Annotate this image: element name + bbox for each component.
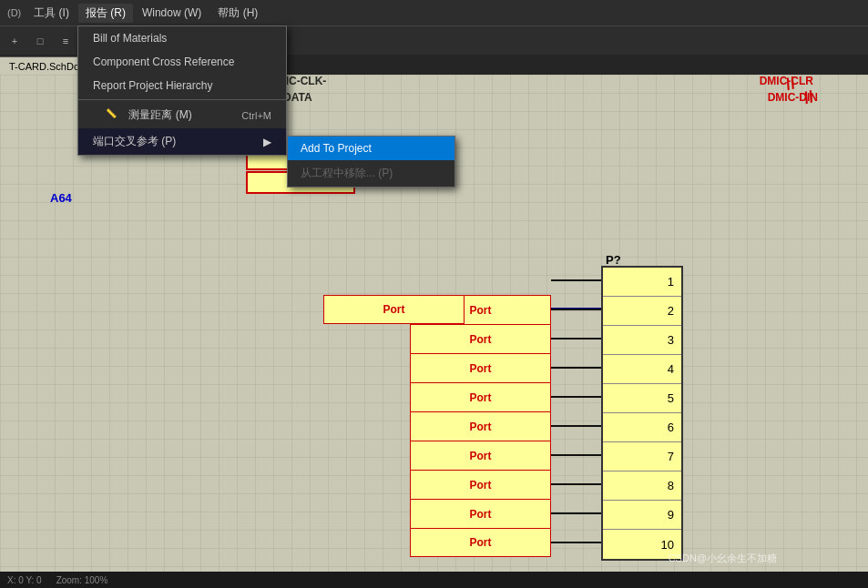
dmic-clk-right: DMIC-CLR [760, 75, 813, 87]
icon-plus[interactable]: + [4, 30, 26, 52]
icon-list[interactable]: ≡ [55, 30, 77, 52]
wire-pin-5 [551, 396, 601, 398]
menu-ccr[interactable]: Component Cross Reference [78, 50, 286, 74]
menu-help[interactable]: 帮助 (H) [210, 4, 265, 23]
menu-measure[interactable]: 📏 测量距离 (M) Ctrl+M [78, 102, 286, 128]
connector-label: P? [606, 253, 621, 267]
submenu-remove-from-project: 从工程中移除... (P) [288, 160, 454, 187]
connector-box: 1 2 3 4 5 6 7 8 9 10 [601, 266, 683, 561]
connector-pin-7: 7 [603, 442, 681, 471]
connector-pin-3: 3 [603, 326, 681, 355]
port-5: Port [410, 382, 551, 411]
wire-pin-8 [551, 483, 601, 485]
port-7: Port [410, 441, 551, 470]
port-8: Port [410, 470, 551, 499]
connector-pin-2: 2 [603, 297, 681, 326]
wire-pin-6 [551, 425, 601, 427]
wire-pin-4 [551, 367, 601, 369]
connector-pin-4: 4 [603, 355, 681, 384]
wire-pin-9 [551, 512, 601, 514]
wire-pin-2 [551, 309, 601, 310]
submenu-arrow: ▶ [263, 136, 271, 148]
wire-pin-10 [551, 542, 601, 543]
connector-pin-5: 5 [603, 384, 681, 413]
main-dropdown: Bill of Materials Component Cross Refere… [77, 25, 287, 156]
separator-1 [78, 99, 286, 100]
connector-pin-6: 6 [603, 413, 681, 442]
port-10: Port [410, 528, 551, 557]
wire-pin-3 [551, 338, 601, 340]
menu-rph[interactable]: Report Project Hierarchy [78, 74, 286, 97]
report-menu: Bill of Materials Component Cross Refere… [77, 25, 287, 156]
menu-bom[interactable]: Bill of Materials [78, 26, 286, 50]
status-bar: X: 0 Y: 0 Zoom: 100% [0, 572, 868, 588]
port-6: Port [410, 411, 551, 441]
icon-square[interactable]: □ [29, 30, 51, 52]
menu-port-xref[interactable]: 端口交叉参考 (P) ▶ [78, 128, 286, 155]
port-3: Port [410, 324, 551, 353]
port-4: Port [410, 353, 551, 382]
menu-tools[interactable]: 工具 (I) [26, 4, 77, 23]
wire-pin-7 [551, 454, 601, 456]
port-9: Port [410, 499, 551, 528]
menu-d[interactable]: (D) [4, 7, 25, 18]
menu-report[interactable]: 报告 (R) [78, 4, 133, 23]
connector-pin-9: 9 [603, 501, 681, 530]
submenu-add-to-project[interactable]: Add To Project [288, 137, 454, 160]
wire-pin-1 [551, 279, 601, 281]
dmic-din-right: DMIC-DIN [768, 91, 818, 104]
sub-dropdown: Add To Project 从工程中移除... (P) [287, 136, 455, 188]
status-coords: X: 0 Y: 0 [7, 575, 42, 585]
menu-window[interactable]: Window (W) [135, 5, 209, 21]
port-group: Port Port Port Port Port Port Port Port … [410, 295, 551, 557]
watermark: CSDN@小幺余生不加糖 [669, 552, 777, 565]
port-1: Port [323, 295, 465, 324]
menu-bar: (D) 工具 (I) 报告 (R) Window (W) 帮助 (H) [0, 0, 868, 25]
status-zoom: Zoom: 100% [56, 575, 108, 585]
a64-label: A64 [50, 191, 72, 205]
connector-pin-1: 1 [603, 268, 681, 297]
ruler-icon: 📏 [106, 108, 120, 123]
connector-pin-8: 8 [603, 471, 681, 501]
